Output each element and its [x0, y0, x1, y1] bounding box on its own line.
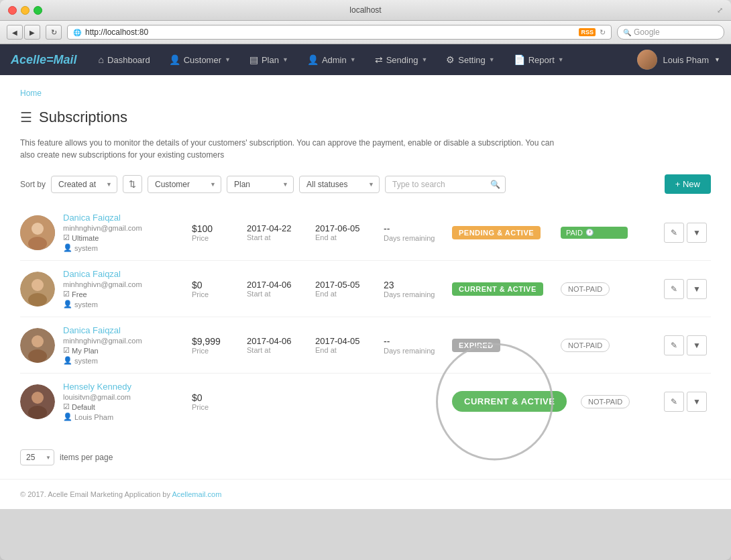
- brand-mail: Mail: [54, 53, 77, 66]
- plan-icon: ☑: [63, 346, 70, 355]
- customer-email: minhnghivn@gmail.com: [63, 224, 184, 232]
- refresh-icon: ↻: [600, 28, 606, 37]
- address-bar[interactable]: 🌐 http://localhost:80 RSS ↻: [67, 25, 612, 40]
- brand-accent: =: [46, 53, 54, 66]
- avatar: [20, 328, 55, 363]
- nav-report[interactable]: 📄 Report ▼: [506, 44, 572, 75]
- payment-badge: PAID 🕐: [561, 227, 628, 239]
- customer-name[interactable]: Danica Faiqzal: [63, 213, 184, 223]
- edit-button[interactable]: ✎: [664, 335, 684, 355]
- maximize-button[interactable]: [34, 6, 42, 15]
- svg-point-10: [32, 392, 44, 404]
- title-bar: localhost ⤢: [0, 0, 731, 21]
- status-col: CURRENT & ACTIVE: [452, 282, 553, 296]
- avatar-image: [20, 272, 55, 306]
- per-page-select[interactable]: 25 50 100: [20, 449, 54, 465]
- url-text: http://localhost:80: [85, 27, 575, 37]
- end-date-col: 2017-04-05 End at: [315, 336, 376, 354]
- customer-plan: ☑ Default: [63, 402, 184, 411]
- payment-col: NOT-PAID: [581, 396, 648, 406]
- start-label: Start at: [247, 290, 307, 298]
- pagination-row: 25 50 100 items per page: [20, 443, 711, 465]
- forward-button[interactable]: ▶: [24, 25, 40, 40]
- nav-customer[interactable]: 👤 Customer ▼: [161, 44, 239, 75]
- user-section[interactable]: Louis Pham ▼: [637, 50, 720, 70]
- more-button[interactable]: ▼: [687, 279, 707, 299]
- days-col: 23 Days remaining: [384, 280, 444, 298]
- customer-name[interactable]: Hensely Kennedy: [63, 382, 184, 392]
- nav-setting[interactable]: ⚙ Setting ▼: [438, 44, 502, 75]
- status-col: CURRENT & ACTIVE: [452, 391, 573, 412]
- plan-select[interactable]: Plan: [227, 176, 294, 193]
- customer-name[interactable]: Danica Faiqzal: [63, 325, 184, 335]
- start-label: Start at: [247, 346, 307, 354]
- more-button[interactable]: ▼: [687, 392, 707, 412]
- nav-admin[interactable]: 👤 Admin ▼: [299, 44, 364, 75]
- nav-dashboard-label: Dashboard: [107, 55, 150, 65]
- table-row: Danica Faiqzal minhnghivn@gmail.com ☑ My…: [20, 317, 711, 374]
- svg-point-5: [28, 293, 47, 306]
- customer-arrow: ▼: [225, 56, 231, 63]
- search-input[interactable]: [385, 176, 506, 193]
- new-subscription-button[interactable]: + New: [665, 174, 711, 194]
- days-col: -- Days remaining: [384, 223, 444, 242]
- table-row: Danica Faiqzal minhnghivn@gmail.com ☑ Ul…: [20, 205, 711, 261]
- svg-point-8: [28, 349, 47, 363]
- avatar: [20, 384, 55, 419]
- customer-name[interactable]: Danica Faiqzal: [63, 269, 184, 279]
- search-input-icon: 🔍: [490, 180, 500, 189]
- sort-select-wrapper: Created at Updated at Name: [51, 176, 117, 193]
- customer-info: Danica Faiqzal minhnghivn@gmail.com ☑ Ul…: [63, 213, 184, 252]
- plan-name: Free: [72, 290, 87, 298]
- browser-toolbar: ◀ ▶ ↻ 🌐 http://localhost:80 RSS ↻ 🔍 Goog…: [0, 21, 731, 44]
- start-date: 2017-04-06: [247, 336, 307, 346]
- end-label: End at: [315, 233, 376, 241]
- nav-dashboard[interactable]: ⌂ Dashboard: [91, 44, 158, 75]
- edit-button[interactable]: ✎: [664, 392, 684, 412]
- svg-point-1: [32, 223, 44, 235]
- breadcrumb[interactable]: Home: [20, 89, 711, 98]
- svg-point-7: [32, 335, 44, 347]
- end-label: End at: [315, 290, 376, 298]
- sort-direction-button[interactable]: ⇅: [123, 175, 142, 193]
- sort-select[interactable]: Created at Updated at Name: [51, 176, 117, 193]
- nav-sending[interactable]: ⇄ Sending ▼: [367, 44, 436, 75]
- edit-button[interactable]: ✎: [664, 223, 684, 243]
- sort-label: Sort by: [20, 180, 46, 189]
- close-button[interactable]: [8, 6, 17, 15]
- system-name: system: [74, 300, 98, 309]
- search-bar[interactable]: 🔍 Google: [617, 25, 724, 40]
- edit-button[interactable]: ✎: [664, 279, 684, 299]
- customer-system: 👤 system: [63, 300, 184, 309]
- window-title: localhost: [349, 5, 381, 15]
- status-col: PENDING & ACTIVE: [452, 226, 553, 239]
- admin-icon: 👤: [307, 54, 319, 65]
- nav-plan[interactable]: ▤ Plan ▼: [241, 44, 296, 75]
- reload-button[interactable]: ↻: [46, 25, 62, 40]
- price-col: $0 Price: [192, 392, 239, 411]
- status-select[interactable]: All statuses Active Pending Expired: [299, 176, 380, 193]
- customer-plan: ☑ My Plan: [63, 346, 184, 355]
- system-icon: 👤: [63, 356, 72, 365]
- customer-select[interactable]: Customer: [148, 176, 221, 193]
- footer-link[interactable]: Acellemail.com: [172, 490, 221, 498]
- customer-select-wrapper: Customer: [148, 176, 221, 193]
- actions-col: ✎ ▼: [664, 392, 711, 412]
- start-date-col: 2017-04-06 Start at: [247, 336, 307, 354]
- more-button[interactable]: ▼: [687, 223, 707, 243]
- back-button[interactable]: ◀: [7, 25, 23, 40]
- plan-select-wrapper: Plan: [227, 176, 294, 193]
- minimize-button[interactable]: [21, 6, 30, 15]
- status-badge: EXPIRED: [452, 339, 500, 352]
- page-footer: © 2017. Acelle Email Marketing Applicati…: [0, 479, 731, 509]
- customer-icon: 👤: [169, 54, 180, 65]
- customer-info: Danica Faiqzal minhnghivn@gmail.com ☑ Fr…: [63, 269, 184, 309]
- expand-icon: ⤢: [717, 6, 723, 15]
- avatar-image: [20, 384, 55, 419]
- more-button[interactable]: ▼: [687, 335, 707, 355]
- page-content: Home ☰ Subscriptions This feature allows…: [0, 75, 731, 479]
- plan-icon: ☑: [63, 402, 70, 411]
- days-col: -- Days remaining: [384, 336, 444, 355]
- start-date-col: 2017-04-22 Start at: [247, 223, 307, 241]
- customer-info: Danica Faiqzal minhnghivn@gmail.com ☑ My…: [63, 325, 184, 365]
